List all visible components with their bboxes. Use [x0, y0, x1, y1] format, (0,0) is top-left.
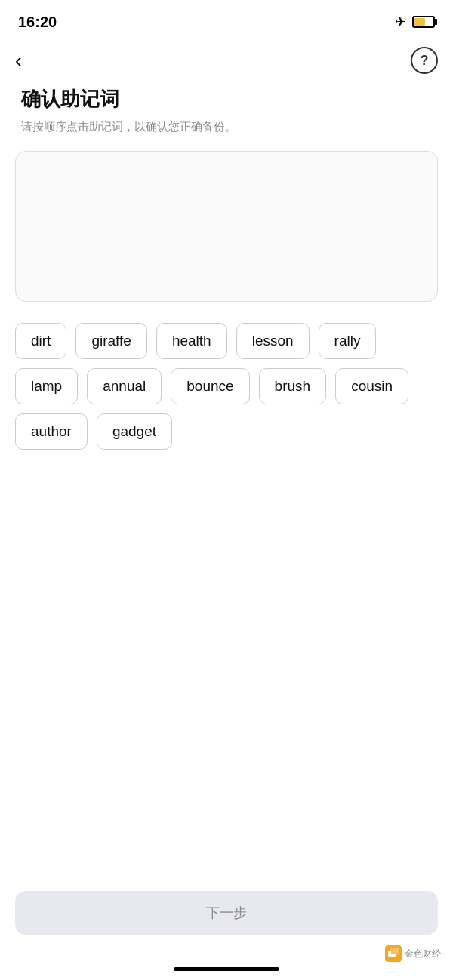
answer-area[interactable] — [15, 151, 438, 302]
word-chip-cousin[interactable]: cousin — [335, 368, 408, 404]
help-button[interactable]: ? — [411, 47, 438, 74]
page-title: 确认助记词 — [21, 86, 432, 112]
word-chip-author[interactable]: author — [15, 413, 88, 450]
word-chip-dirt[interactable]: dirt — [15, 323, 66, 359]
status-bar: 16:20 ✈ — [0, 0, 453, 41]
back-button[interactable]: ‹ — [15, 51, 22, 70]
word-chip-rally[interactable]: rally — [319, 323, 377, 359]
word-chip-annual[interactable]: annual — [87, 368, 162, 404]
svg-rect-2 — [392, 949, 398, 954]
word-chip-health[interactable]: health — [156, 323, 227, 359]
watermark: 金色财经 — [385, 945, 441, 962]
page-header: 确认助记词 请按顺序点击助记词，以确认您正确备份。 — [0, 80, 453, 151]
word-chip-lesson[interactable]: lesson — [236, 323, 310, 359]
watermark-logo — [385, 945, 402, 962]
word-chip-gadget[interactable]: gadget — [97, 413, 172, 450]
word-chip-brush[interactable]: brush — [259, 368, 327, 404]
page-subtitle: 请按顺序点击助记词，以确认您正确备份。 — [21, 118, 432, 136]
nav-bar: ‹ ? — [0, 41, 453, 80]
word-chip-giraffe[interactable]: giraffe — [76, 323, 146, 359]
status-icons: ✈ — [395, 14, 435, 30]
battery-fill — [414, 18, 425, 26]
watermark-text: 金色财经 — [405, 948, 441, 960]
word-chip-bounce[interactable]: bounce — [171, 368, 249, 404]
battery-icon — [412, 16, 435, 28]
words-container: dirtgiraffehealthlessonrallylampannualbo… — [0, 323, 453, 450]
next-button[interactable]: 下一步 — [15, 891, 438, 935]
status-time: 16:20 — [18, 14, 57, 31]
airplane-icon: ✈ — [395, 14, 406, 30]
home-indicator — [174, 967, 279, 971]
word-chip-lamp[interactable]: lamp — [15, 368, 78, 404]
